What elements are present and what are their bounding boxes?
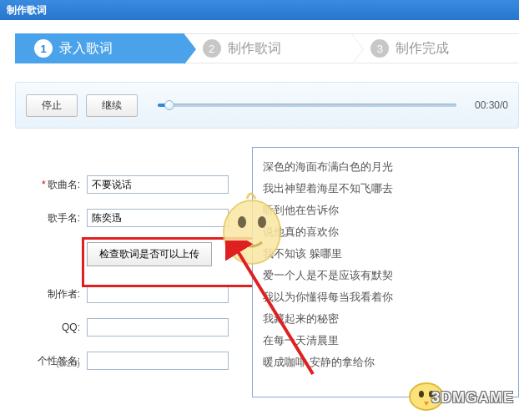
maker-label: 制作者: — [15, 287, 80, 301]
check-lyrics-button[interactable]: 检查歌词是否可以上传 — [87, 242, 212, 266]
lyrics-line: 在每一天清晨里 — [263, 330, 508, 352]
step-3-label: 制作完成 — [396, 40, 449, 58]
audio-player: 停止 继续 00:30/0 — [15, 82, 519, 129]
metadata-form: *歌曲名: 歌手名: 检查歌词是否可以上传 制作者: QQ: 个性签名: — [15, 147, 234, 397]
lyrics-line: 暖成咖啡 安静的拿给你 — [263, 352, 508, 373]
signature-input[interactable] — [87, 352, 229, 370]
qq-label: QQ: — [15, 321, 80, 333]
resume-button[interactable]: 继续 — [86, 94, 138, 117]
step-3-number: 3 — [370, 39, 389, 58]
lyrics-line: 我出神望着海星不知飞哪去 — [263, 178, 508, 200]
step-2-number: 2 — [203, 39, 221, 58]
step-1-enter-lyrics[interactable]: 1 录入歌词 — [15, 33, 184, 63]
song-name-input[interactable] — [87, 175, 229, 194]
window-title: 制作歌词 — [0, 0, 519, 20]
lyrics-line: 爱一个人是不是应该有默契 — [263, 265, 508, 286]
lyrics-line: 我以为你懂得每当我看着你 — [263, 286, 508, 308]
lyrics-line: 我不知该 躲哪里 — [263, 243, 508, 265]
progress-slider[interactable] — [158, 96, 456, 114]
singer-name-input[interactable] — [87, 209, 229, 227]
step-1-label: 录入歌词 — [59, 40, 113, 58]
song-name-label: *歌曲名: — [15, 178, 80, 192]
lyrics-line: 深色的海面布满白色的月光 — [263, 156, 508, 178]
step-2-make-lyrics[interactable]: 2 制作歌词 — [184, 33, 353, 63]
singer-name-label: 歌手名: — [15, 211, 80, 225]
lyrics-line: 说他真的喜欢你 — [263, 221, 508, 243]
step-2-label: 制作歌词 — [228, 40, 281, 58]
progress-thumb[interactable] — [164, 100, 174, 110]
lyrics-line: 听到他在告诉你 — [263, 200, 508, 221]
step-1-number: 1 — [34, 39, 53, 58]
maker-input[interactable] — [87, 285, 229, 303]
step-3-complete[interactable]: 3 制作完成 — [352, 33, 519, 63]
wizard-steps: 1 录入歌词 2 制作歌词 3 制作完成 — [15, 33, 519, 63]
lyrics-line: 我藏起来的秘密 — [263, 308, 508, 330]
stop-button[interactable]: 停止 — [26, 94, 78, 117]
qq-input[interactable] — [87, 318, 229, 337]
lyrics-textarea[interactable]: 深色的海面布满白色的月光我出神望着海星不知飞哪去听到他在告诉你说他真的喜欢你我不… — [252, 147, 519, 397]
playback-time: 00:30/0 — [475, 99, 508, 111]
